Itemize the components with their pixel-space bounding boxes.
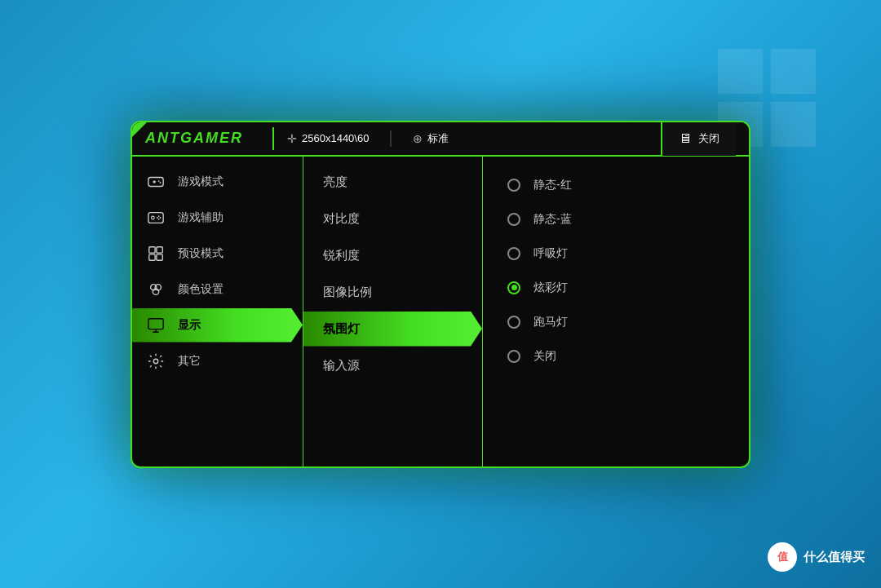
game-mode-label: 游戏模式 [178,175,224,189]
top-divider [272,127,274,150]
right-item-off[interactable]: 关闭 [483,341,749,372]
contrast-label: 对比度 [323,211,360,227]
right-item-breathing[interactable]: 呼吸灯 [483,238,749,269]
off-right-label: 关闭 [533,349,556,364]
color-settings-icon [147,281,166,298]
resolution-icon: ✛ [287,132,297,145]
svg-rect-1 [771,49,816,94]
radio-static-red [507,179,520,192]
ambient-light-label: 氛围灯 [323,321,360,337]
other-label: 其它 [178,354,201,369]
breathing-right-label: 呼吸灯 [533,246,568,261]
power-section[interactable]: 🖥 关闭 [661,122,736,156]
right-item-colorful[interactable]: 炫彩灯 [483,272,749,303]
watermark: 值 什么值得买 [768,542,865,572]
svg-point-25 [153,359,158,364]
mid-item-ambient-light[interactable]: 氛围灯 [303,312,482,347]
sidebar-item-game-assist[interactable]: 游戏辅助 [132,201,303,235]
mid-item-contrast[interactable]: 对比度 [303,201,482,237]
radio-breathing [507,247,520,260]
display-icon [147,316,166,334]
sharpness-label: 锐利度 [323,248,360,263]
svg-point-10 [152,216,155,219]
game-assist-icon [147,209,166,227]
resolution-text: 2560x1440\60 [302,132,369,144]
top-bar: ANTGAMER ✛ 2560x1440\60 ⊕ 标准 🖥 关闭 [132,122,749,157]
svg-rect-16 [157,246,162,252]
other-icon [147,352,166,370]
radio-static-blue [507,213,520,226]
sidebar-item-color-settings[interactable]: 颜色设置 [132,272,303,307]
svg-rect-15 [149,246,155,252]
main-content: 游戏模式游戏辅助预设模式颜色设置显示其它 亮度对比度锐利度图像比例氛围灯输入源 … [132,157,749,466]
game-mode-icon [147,173,166,191]
svg-rect-18 [157,254,162,259]
aspect-ratio-label: 图像比例 [323,285,372,300]
brightness-label: 亮度 [323,175,348,190]
game-assist-label: 游戏辅助 [178,210,224,225]
mid-item-sharpness[interactable]: 锐利度 [303,238,482,273]
radio-running [507,316,520,329]
crosshair-icon: ⊕ [413,132,423,145]
mid-item-aspect-ratio[interactable]: 图像比例 [303,275,482,310]
svg-rect-17 [149,254,155,259]
svg-point-7 [158,180,160,182]
right-panel: 静态-红静态-蓝呼吸灯炫彩灯跑马灯关闭 [483,157,749,466]
radio-off [507,350,520,363]
svg-point-12 [158,218,160,219]
mid-item-brightness[interactable]: 亮度 [303,165,482,200]
right-item-static-blue[interactable]: 静态-蓝 [483,204,749,235]
preset-mode-label: 预设模式 [178,246,224,261]
sidebar-item-other[interactable]: 其它 [132,344,303,378]
svg-point-8 [160,182,162,183]
monitor-icon: 🖥 [679,131,692,146]
watermark-icon: 值 [768,542,797,572]
power-label: 关闭 [698,131,719,146]
top-separator [390,130,392,147]
svg-rect-22 [148,318,163,329]
sidebar-item-preset-mode[interactable]: 预设模式 [132,237,303,271]
osd-menu: ANTGAMER ✛ 2560x1440\60 ⊕ 标准 🖥 关闭 游戏模式游戏… [131,121,750,468]
color-settings-label: 颜色设置 [178,282,224,297]
sidebar-item-game-mode[interactable]: 游戏模式 [132,165,303,199]
brand-logo: ANTGAMER [145,130,259,147]
middle-panel: 亮度对比度锐利度图像比例氛围灯输入源 [303,157,483,466]
running-right-label: 跑马灯 [533,315,568,329]
watermark-text: 什么值得买 [804,550,865,565]
radio-colorful [507,281,520,294]
svg-rect-3 [771,102,816,147]
svg-point-14 [160,217,162,219]
sidebar-item-display[interactable]: 显示 [132,308,303,343]
preset-text: 标准 [427,131,449,146]
right-item-static-red[interactable]: 静态-红 [483,170,749,201]
svg-rect-9 [148,212,163,223]
preset-mode-icon [147,245,166,263]
svg-point-11 [158,215,160,217]
top-info: ✛ 2560x1440\60 ⊕ 标准 [287,130,661,147]
right-item-running[interactable]: 跑马灯 [483,307,749,338]
input-source-label: 输入源 [323,358,360,374]
mid-item-input-source[interactable]: 输入源 [303,348,482,383]
colorful-right-label: 炫彩灯 [533,281,568,295]
display-label: 显示 [178,318,201,333]
static-blue-right-label: 静态-蓝 [533,212,572,227]
static-red-right-label: 静态-红 [533,178,572,192]
sidebar: 游戏模式游戏辅助预设模式颜色设置显示其它 [132,157,303,466]
svg-rect-0 [718,49,763,94]
svg-point-13 [157,217,158,219]
